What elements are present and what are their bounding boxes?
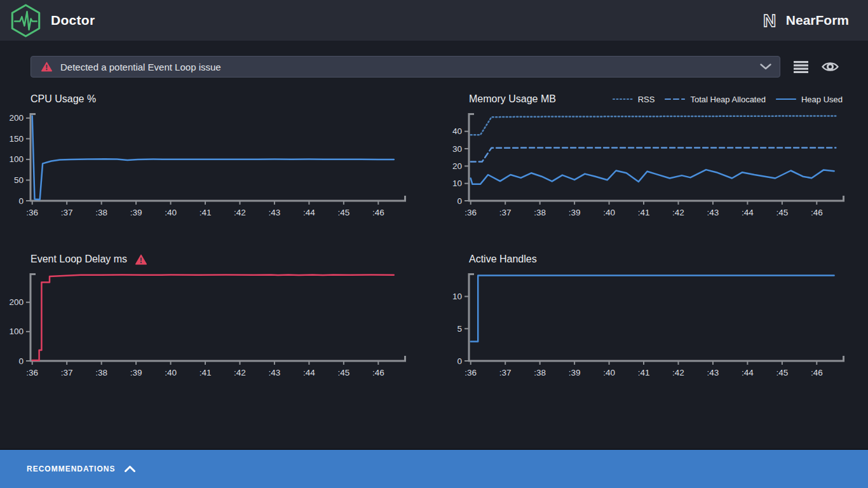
legend-item: Total Heap Allocated — [665, 95, 766, 104]
svg-text::39: :39 — [130, 368, 142, 377]
svg-text:20: 20 — [452, 161, 462, 171]
active-handles-title: Active Handles — [469, 254, 537, 265]
cpu-usage-title: CPU Usage % — [31, 93, 96, 105]
svg-text:200: 200 — [9, 297, 24, 307]
cpu-usage-plot[interactable]: 050100150200:36:37:38:39:40:41:42:43:44:… — [8, 109, 407, 222]
svg-text::37: :37 — [499, 208, 512, 217]
memory-usage-chart: Memory Usage MB RSSTotal Heap AllocatedH… — [446, 92, 845, 222]
svg-text::41: :41 — [200, 208, 212, 217]
recommendations-bar: RECOMMENDATIONS — [0, 449, 868, 488]
legend-item: RSS — [613, 95, 655, 104]
active-handles-chart: Active Handles 0510:36:37:38:39:40:41:42… — [446, 252, 845, 383]
svg-text::37: :37 — [61, 368, 73, 377]
svg-text:150: 150 — [9, 134, 24, 144]
options-list-icon[interactable] — [794, 61, 808, 73]
svg-text::38: :38 — [95, 208, 107, 217]
svg-text::42: :42 — [234, 208, 246, 217]
warning-triangle-icon — [135, 254, 147, 265]
legend-label: Heap Used — [801, 95, 843, 104]
svg-text::38: :38 — [95, 368, 107, 377]
memory-legend: RSSTotal Heap AllocatedHeap Used — [613, 95, 843, 104]
svg-text::46: :46 — [372, 368, 384, 377]
svg-text::42: :42 — [672, 208, 684, 217]
eye-icon[interactable] — [822, 60, 839, 73]
svg-text::42: :42 — [672, 368, 684, 377]
svg-text::46: :46 — [811, 208, 823, 217]
svg-text::46: :46 — [372, 208, 384, 217]
svg-text:50: 50 — [14, 175, 24, 185]
svg-text::40: :40 — [603, 208, 615, 217]
svg-text::45: :45 — [776, 208, 788, 217]
svg-text:40: 40 — [452, 126, 462, 136]
recommendations-label: RECOMMENDATIONS — [27, 464, 115, 473]
svg-text::45: :45 — [337, 208, 349, 217]
svg-text::43: :43 — [707, 208, 719, 217]
svg-text::46: :46 — [811, 368, 823, 377]
svg-text:200: 200 — [9, 113, 24, 123]
svg-text::43: :43 — [269, 208, 281, 217]
svg-text:100: 100 — [9, 327, 24, 336]
svg-text:0: 0 — [18, 196, 24, 206]
svg-text::42: :42 — [234, 368, 246, 377]
svg-text:0: 0 — [457, 196, 462, 206]
brand-logo: N NearForm — [763, 11, 849, 30]
svg-text:30: 30 — [452, 144, 462, 154]
legend-item: Heap Used — [776, 95, 843, 104]
svg-text::44: :44 — [742, 368, 754, 377]
issue-dropdown[interactable]: Detected a potential Event Loop issue — [31, 56, 780, 78]
svg-text:N: N — [763, 11, 776, 30]
svg-text::41: :41 — [638, 208, 650, 217]
app-logo: Doctor — [9, 4, 95, 37]
legend-label: Total Heap Allocated — [690, 95, 766, 104]
svg-text::39: :39 — [569, 368, 581, 377]
svg-text:10: 10 — [452, 179, 462, 188]
chevron-down-icon[interactable] — [760, 64, 771, 70]
event-loop-delay-chart: Event Loop Delay ms 0100200:36:37:38:39:… — [8, 252, 407, 383]
warning-triangle-icon — [41, 62, 52, 72]
app-title: Doctor — [51, 13, 95, 28]
svg-text::36: :36 — [465, 208, 477, 217]
svg-text::44: :44 — [303, 208, 315, 217]
charts-grid: CPU Usage % 050100150200:36:37:38:39:40:… — [0, 78, 868, 383]
app-header: Doctor N NearForm — [0, 0, 868, 41]
svg-text::40: :40 — [165, 368, 177, 377]
event-loop-delay-title: Event Loop Delay ms — [31, 254, 127, 265]
svg-text::36: :36 — [26, 368, 38, 377]
doctor-pulse-icon — [9, 4, 43, 37]
svg-text::37: :37 — [499, 368, 512, 377]
svg-text:100: 100 — [9, 154, 24, 164]
svg-text:10: 10 — [452, 292, 462, 301]
nearform-n-icon: N — [763, 11, 780, 30]
svg-text::43: :43 — [269, 368, 281, 377]
svg-text::38: :38 — [534, 208, 546, 217]
svg-text::41: :41 — [638, 368, 650, 377]
svg-text::44: :44 — [303, 368, 315, 377]
svg-text::44: :44 — [742, 208, 754, 217]
svg-text::43: :43 — [707, 368, 719, 377]
svg-text::40: :40 — [603, 368, 615, 377]
svg-text::41: :41 — [200, 368, 212, 377]
svg-text:0: 0 — [18, 356, 24, 366]
legend-label: RSS — [638, 95, 655, 104]
event-loop-delay-plot[interactable]: 0100200:36:37:38:39:40:41:42:43:44:45:46 — [8, 269, 407, 383]
active-handles-plot[interactable]: 0510:36:37:38:39:40:41:42:43:44:45:46 — [446, 269, 845, 383]
svg-text::39: :39 — [130, 208, 142, 217]
svg-text::38: :38 — [534, 368, 546, 377]
brand-name: NearForm — [786, 13, 849, 28]
alert-message: Detected a potential Event Loop issue — [60, 62, 221, 72]
svg-text::36: :36 — [465, 368, 477, 377]
svg-text::37: :37 — [61, 208, 73, 217]
chevron-up-icon — [125, 466, 135, 472]
svg-text::40: :40 — [165, 208, 177, 217]
svg-text::39: :39 — [569, 208, 581, 217]
svg-text::36: :36 — [26, 208, 38, 217]
alert-row: Detected a potential Event Loop issue — [31, 56, 839, 78]
cpu-usage-chart: CPU Usage % 050100150200:36:37:38:39:40:… — [8, 92, 407, 222]
memory-usage-title: Memory Usage MB — [469, 93, 556, 105]
memory-usage-plot[interactable]: 010203040:36:37:38:39:40:41:42:43:44:45:… — [446, 109, 845, 222]
svg-text:0: 0 — [457, 356, 462, 366]
svg-text::45: :45 — [337, 368, 349, 377]
svg-text:5: 5 — [457, 324, 462, 334]
recommendations-toggle[interactable]: RECOMMENDATIONS — [23, 464, 139, 474]
svg-text::45: :45 — [776, 368, 788, 377]
